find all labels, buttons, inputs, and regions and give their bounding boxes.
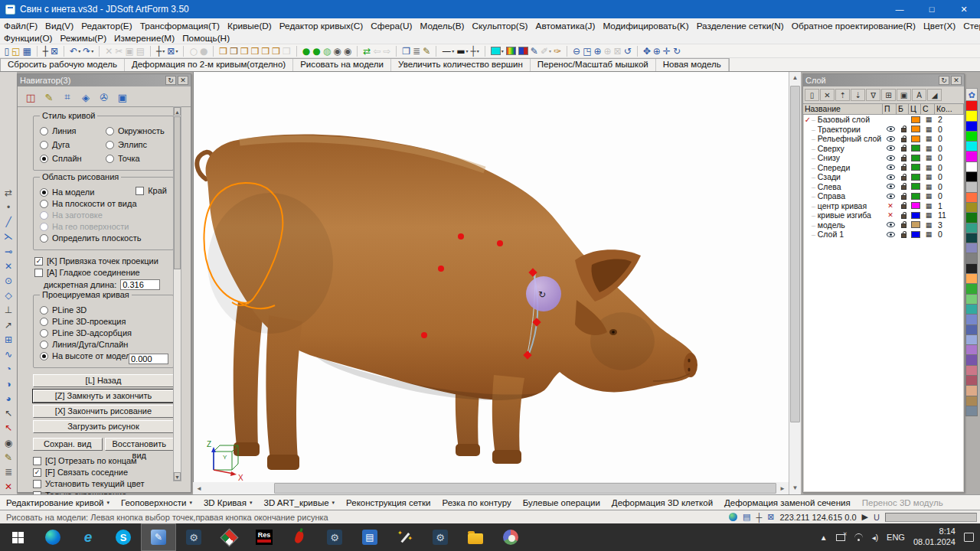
layer-row[interactable]: ┄ модель ▦ 3 [804, 220, 963, 230]
palette-color-swatch[interactable] [965, 386, 978, 396]
start-button[interactable] [0, 523, 35, 551]
open-file-icon[interactable]: ◱ [11, 45, 21, 57]
spray-icon[interactable]: ✐ ▾ [539, 45, 552, 57]
menu-item[interactable]: Цвет(X) [920, 21, 959, 31]
lock-icon[interactable] [901, 166, 906, 171]
palette-color-swatch[interactable] [965, 253, 978, 263]
layer-color-swatch[interactable] [911, 202, 920, 209]
toolbar-icon[interactable] [632, 45, 642, 57]
perpendicular-icon[interactable]: ⊥ [1, 303, 16, 318]
cancel-icon[interactable]: ✕ [1, 480, 16, 494]
vertical-scrollbar[interactable]: ▲ ▼ [789, 72, 801, 494]
move-view-icon[interactable]: ✛ [662, 45, 671, 57]
view-cube-icon-6[interactable]: ❒ [271, 45, 282, 57]
menu-item[interactable]: Режимы(P) [57, 33, 111, 44]
menu-item[interactable]: Вид(V) [41, 21, 77, 31]
quick-action-button[interactable]: Рисовать на модели [293, 59, 391, 71]
palette-color-swatch[interactable] [965, 162, 978, 172]
layer-row[interactable]: ┄ Слева ▦ 0 [804, 182, 963, 192]
rollup-button[interactable]: ↻ [939, 76, 949, 85]
volume-icon[interactable]: ◂) [872, 533, 878, 542]
layer-row[interactable]: ┄ кривые изгиба ✕ ▦ 11 [804, 210, 963, 220]
toolbar-icon[interactable] [392, 45, 401, 57]
layer-row[interactable]: ┄ Сзади ▦ 0 [804, 172, 963, 182]
pattern-icon[interactable]: ▦ [922, 173, 936, 181]
back-icon[interactable]: ⇦ [372, 45, 382, 57]
panel-close-button[interactable]: ✕ [178, 76, 188, 85]
finish-drawing-button[interactable]: [X] Закончить рисование [33, 405, 174, 418]
draw-area-radio[interactable]: На плоскости от вида [40, 199, 168, 208]
filter-icon[interactable]: ∇ [866, 89, 880, 101]
brush-sphere-cursor[interactable]: ↻ [526, 276, 561, 311]
lock-icon[interactable] [901, 204, 906, 209]
palette-color-swatch[interactable] [965, 284, 978, 294]
toolbar-icon[interactable] [95, 45, 104, 57]
sphere-view-icon-1[interactable]: ◔ [1, 362, 16, 377]
notification-icon[interactable] [964, 533, 974, 542]
menu-item[interactable]: Разделение сетки(N) [693, 21, 788, 31]
module-menu-item[interactable]: Редактирование кривой ▾ [6, 498, 109, 507]
palette-color-swatch[interactable] [965, 172, 978, 182]
menu-item[interactable]: Модифицировать(K) [599, 21, 692, 31]
lock-icon[interactable] [901, 176, 906, 181]
toolbar-icon[interactable] [209, 45, 218, 57]
edit-pen-icon[interactable]: ✎ [1, 450, 16, 465]
snap-checkbox[interactable]: ✓ [K] Привязка точек проекции [34, 256, 174, 266]
layer-row[interactable]: ┄ Снизу ▦ 0 [804, 153, 963, 163]
language-indicator[interactable]: ENG [887, 533, 905, 542]
module-menu-item[interactable]: 3D Кривая ▾ [204, 498, 253, 507]
layer-color-swatch[interactable] [911, 145, 920, 152]
sphere-view-icon-2[interactable]: ◑ [1, 377, 16, 391]
pattern-icon[interactable]: ▦ [922, 202, 936, 210]
bulb-green-icon-2[interactable]: ● [312, 45, 322, 57]
tool-app-taskbar-item-2[interactable]: ⚙ [317, 523, 352, 551]
render-icon-2[interactable]: ◉ [342, 45, 352, 57]
visibility-eye-icon[interactable] [887, 232, 895, 237]
layer-color-swatch[interactable] [911, 155, 920, 161]
menu-item[interactable]: Обратное проектирование(R) [788, 21, 920, 31]
projected-curve-radio[interactable]: PLine 3D-адсорбция [40, 328, 168, 337]
nav-scroll-thumb[interactable] [174, 116, 181, 269]
projected-curve-radio[interactable]: Линия/Дуга/Сплайн [40, 340, 168, 349]
tab-mesh[interactable]: ⌗ [59, 90, 76, 105]
palette-color-swatch[interactable] [965, 264, 978, 274]
layer-color-swatch[interactable] [911, 221, 920, 228]
pattern-icon[interactable]: ▦ [922, 183, 936, 191]
swap-points-icon[interactable]: ⇄ [1, 185, 16, 200]
layer-color-swatch[interactable] [911, 164, 920, 171]
lamp-on-icon[interactable]: ● [198, 45, 208, 57]
option-checkbox[interactable]: [C] Отрезать по концам [33, 456, 174, 465]
pattern-icon[interactable]: ▦ [922, 116, 936, 123]
rotate-view-icon[interactable]: ↻ [671, 45, 681, 57]
skype-taskbar-item[interactable]: S [106, 523, 141, 551]
toolbar-icon[interactable] [60, 45, 69, 57]
view-cube-icon-2[interactable]: ❒ [229, 45, 240, 57]
pepper-app-taskbar-item[interactable] [282, 523, 317, 551]
zoom-plus-icon[interactable]: ⊕ [652, 45, 662, 57]
layer-row[interactable]: ┄ центр кривая ✕ ▦ 1 [804, 201, 963, 211]
visibility-off-icon[interactable]: ✕ [887, 202, 893, 210]
res-app-taskbar-item[interactable]: Res [247, 523, 282, 551]
line-tool-icon[interactable]: ╱ [1, 214, 16, 229]
view-cube-icon-1[interactable]: ❒ [218, 45, 229, 57]
menu-item[interactable]: Автоматика(J) [532, 21, 599, 31]
sphere-view-icon-3[interactable]: ◕ [1, 391, 16, 406]
rollup-button[interactable]: ↻ [165, 76, 176, 85]
explorer-taskbar-item[interactable] [458, 523, 493, 551]
lock-icon[interactable] [901, 185, 906, 190]
layer-down-icon[interactable]: ⇣ [851, 89, 865, 101]
module-menu-item[interactable]: Резка по контуру [443, 498, 511, 507]
toolbar-icon[interactable] [480, 45, 489, 57]
copy-layer-icon[interactable]: ▣ [897, 89, 911, 101]
load-picture-button[interactable]: Загрузить рисунок [33, 420, 174, 433]
print-app-taskbar-item[interactable]: ▤ [352, 523, 387, 551]
lock-icon[interactable] [901, 138, 906, 142]
lock-icon[interactable] [901, 147, 906, 152]
palette-color-swatch[interactable] [965, 315, 978, 324]
render-sphere-icon[interactable] [729, 513, 737, 521]
circle-tool-icon[interactable]: ⊙ [1, 273, 16, 288]
layer-row[interactable]: ┄ Слой 1 ▦ 0 [804, 230, 963, 240]
wifi-icon[interactable] [854, 533, 864, 541]
visibility-eye-icon[interactable] [887, 155, 895, 161]
quick-action-button[interactable]: Перенос/Масштаб мышкой [531, 59, 656, 71]
